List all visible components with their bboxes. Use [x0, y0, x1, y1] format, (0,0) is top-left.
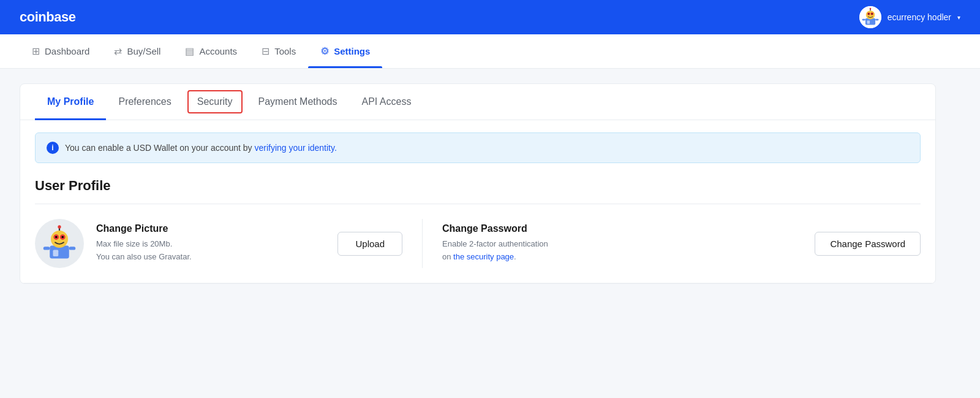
- svg-rect-10: [862, 19, 865, 21]
- avatar-icon: [859, 6, 881, 28]
- nav-settings-label: Settings: [334, 46, 370, 56]
- svg-rect-14: [53, 250, 59, 257]
- nav-tools-label: Tools: [274, 46, 296, 56]
- user-menu[interactable]: ecurrency hodler ▾: [859, 6, 960, 28]
- security-page-link[interactable]: the security page: [453, 252, 514, 261]
- info-banner: i You can enable a USD Wallet on your ac…: [35, 132, 921, 163]
- svg-point-3: [866, 10, 875, 19]
- settings-tabs: My Profile Preferences Security Payment …: [20, 84, 935, 120]
- nav-settings[interactable]: ⚙ Settings: [308, 34, 382, 68]
- tab-my-profile[interactable]: My Profile: [35, 84, 106, 120]
- username-label: ecurrency hodler: [888, 12, 951, 22]
- password-info: Change Password Enable 2-factor authenti…: [442, 223, 795, 264]
- tab-security[interactable]: Security: [187, 90, 243, 113]
- buysell-icon: ⇄: [114, 45, 122, 57]
- change-picture-section: Change Picture Max file size is 20Mb. Yo…: [35, 219, 402, 268]
- vertical-divider: [422, 219, 423, 268]
- nav-dashboard[interactable]: ⊞ Dashboard: [20, 34, 102, 68]
- svg-rect-11: [875, 19, 878, 21]
- user-menu-chevron: ▾: [957, 14, 960, 21]
- nav-accounts-label: Accounts: [199, 46, 237, 56]
- settings-icon: ⚙: [320, 45, 329, 57]
- svg-point-19: [62, 236, 64, 239]
- tab-api-access[interactable]: API Access: [349, 84, 423, 120]
- svg-point-18: [55, 236, 58, 239]
- info-icon: i: [47, 142, 59, 154]
- nav-dashboard-label: Dashboard: [45, 46, 89, 56]
- info-banner-text: You can enable a USD Wallet on your acco…: [65, 143, 337, 153]
- nav-tools[interactable]: ⊟ Tools: [249, 34, 308, 68]
- svg-rect-2: [867, 20, 870, 23]
- profile-row: Change Picture Max file size is 20Mb. Yo…: [20, 204, 935, 283]
- section-title: User Profile: [20, 163, 935, 204]
- dashboard-icon: ⊞: [32, 45, 40, 57]
- top-bar: coinbase: [0, 0, 980, 34]
- tab-preferences[interactable]: Preferences: [106, 84, 183, 120]
- change-picture-info: Change Picture Max file size is 20Mb. Yo…: [96, 223, 311, 264]
- verify-identity-link[interactable]: verifying your identity.: [254, 143, 336, 153]
- main-content: My Profile Preferences Security Payment …: [0, 69, 956, 299]
- change-picture-title: Change Picture: [96, 223, 311, 234]
- settings-card: My Profile Preferences Security Payment …: [20, 83, 936, 284]
- nav-accounts[interactable]: ▤ Accounts: [173, 34, 249, 68]
- logo: coinbase: [20, 9, 75, 25]
- change-password-button[interactable]: Change Password: [815, 232, 921, 256]
- accounts-icon: ▤: [185, 45, 194, 57]
- tools-icon: ⊟: [262, 45, 270, 57]
- secondary-nav: ⊞ Dashboard ⇄ Buy/Sell ▤ Accounts ⊟ Tool…: [0, 34, 980, 69]
- upload-button[interactable]: Upload: [337, 232, 402, 256]
- svg-point-9: [869, 8, 871, 10]
- nav-buysell-label: Buy/Sell: [127, 46, 160, 56]
- profile-avatar: [35, 219, 84, 268]
- change-password-title: Change Password: [442, 223, 795, 234]
- svg-point-21: [58, 225, 61, 228]
- change-picture-desc: Max file size is 20Mb. You can also use …: [96, 238, 311, 264]
- svg-point-6: [868, 13, 869, 15]
- svg-point-7: [872, 13, 873, 15]
- tab-payment-methods[interactable]: Payment Methods: [246, 84, 350, 120]
- nav-buysell[interactable]: ⇄ Buy/Sell: [102, 34, 173, 68]
- avatar: [859, 6, 881, 28]
- svg-rect-23: [69, 247, 76, 250]
- svg-rect-22: [43, 247, 50, 250]
- change-password-desc: Enable 2-factor authentication on the se…: [442, 238, 795, 264]
- change-password-section: Change Password Enable 2-factor authenti…: [442, 223, 921, 264]
- profile-avatar-icon: [38, 222, 81, 265]
- svg-point-15: [51, 231, 68, 248]
